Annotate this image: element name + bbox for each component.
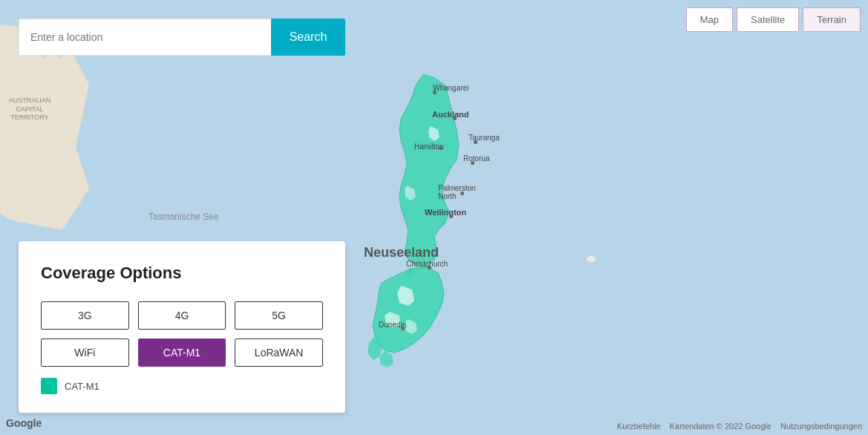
rotorua-label: Rotorua [463,154,490,163]
coverage-panel: Coverage Options 3G 4G 5G WiFi CAT-M1 Lo… [19,241,345,413]
palmerston-dot [460,192,464,195]
dunedin-dot [401,327,405,330]
tauranga-dot [474,140,477,144]
wellington-label: Wellington [425,208,466,217]
terrain-button[interactable]: Terrain [803,7,861,32]
whangarei-dot [433,91,437,94]
auckland-label: Auckland [432,110,469,119]
new-zealand-label: Neuseeland [364,245,439,261]
search-bar: Search [19,19,345,56]
tasman-sea-label: Tasmanische See [149,212,219,222]
map-type-buttons: Map Satellite Terrain [686,7,861,32]
btn-wifi[interactable]: WiFi [41,338,129,367]
legend-color-catm1 [41,378,57,394]
location-input[interactable] [19,19,271,56]
hamilton-dot [439,146,443,150]
palmerston-label: PalmerstonNorth [438,184,476,200]
satellite-button[interactable]: Satellite [737,7,799,32]
btn-3g[interactable]: 3G [41,301,129,330]
auckland-dot [453,117,457,120]
search-button[interactable]: Search [271,19,345,56]
btn-5g[interactable]: 5G [235,301,323,330]
btn-catm1[interactable]: CAT-M1 [138,338,226,367]
btn-lorawan[interactable]: LoRaWAN [235,338,323,367]
footer-link-terms[interactable]: Nutzungsbedingungen [780,422,862,431]
footer-link-shortcuts[interactable]: Kurzbefehle [617,422,661,431]
google-logo: Google [6,417,42,429]
australia-label: AUSTRALIANCAPITALTERRITORY [0,97,59,122]
coverage-row-2: WiFi CAT-M1 LoRaWAN [41,338,323,367]
small-island [587,256,595,262]
whangarei-label: Whangarei [433,84,469,92]
map-container[interactable]: AUSTRALIANCAPITALTERRITORY Sydney Tasman… [0,0,868,435]
map-button[interactable]: Map [686,7,733,32]
rotorua-dot [471,161,474,165]
wellington-dot [449,215,453,218]
coverage-title: Coverage Options [41,264,323,283]
btn-4g[interactable]: 4G [138,301,226,330]
coverage-legend: CAT-M1 [41,378,323,394]
footer-link-mapdata[interactable]: Kartendaten © 2022 Google [670,422,771,431]
christchurch-dot [428,266,431,269]
legend-label-catm1: CAT-M1 [65,381,99,392]
footer-links: Kurzbefehle Kartendaten © 2022 Google Nu… [617,422,862,431]
coverage-row-1: 3G 4G 5G [41,301,323,330]
